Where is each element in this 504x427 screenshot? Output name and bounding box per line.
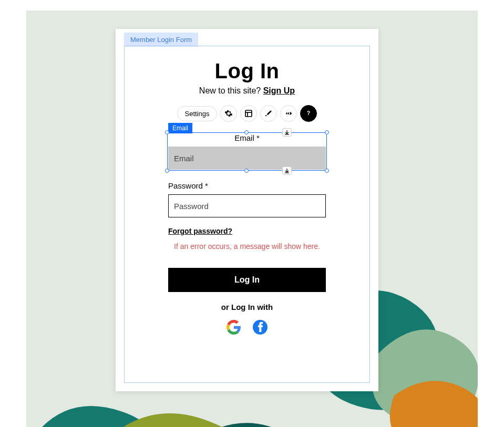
svg-rect-0 — [245, 110, 252, 117]
email-field-container[interactable]: Email Email * — [168, 133, 326, 170]
email-field[interactable] — [168, 147, 326, 170]
password-field-container: Password * — [168, 181, 326, 217]
svg-text:?: ? — [307, 110, 310, 116]
brush-icon[interactable] — [260, 105, 277, 122]
subtitle: New to this site? Sign Up — [137, 86, 357, 96]
password-field[interactable] — [168, 194, 326, 217]
email-label: Email * — [168, 133, 326, 142]
facebook-icon — [253, 320, 268, 335]
page-title: Log In — [137, 59, 357, 83]
field-type-badge: Email — [168, 123, 192, 133]
password-label: Password * — [168, 181, 326, 190]
social-login-row — [137, 320, 357, 335]
layout-icon[interactable] — [240, 105, 257, 122]
subtitle-prefix: New to this site? — [199, 86, 263, 95]
form-content: Log In New to this site? Sign Up Setting… — [137, 59, 357, 370]
google-login-button[interactable] — [227, 320, 241, 335]
facebook-login-button[interactable] — [253, 320, 268, 335]
google-icon — [227, 320, 241, 335]
component-tag[interactable]: Member Login Form — [124, 33, 198, 47]
or-divider-text: or Log In with — [137, 303, 357, 311]
help-icon[interactable]: ? — [300, 105, 317, 122]
error-message: If an error occurs, a message will show … — [137, 242, 357, 252]
editor-toolbar: Settings ? — [177, 105, 317, 122]
forgot-password-link[interactable]: Forgot password? — [168, 227, 326, 235]
signup-link[interactable]: Sign Up — [263, 86, 295, 95]
settings-button[interactable]: Settings — [177, 106, 218, 121]
animation-icon[interactable] — [280, 105, 297, 122]
login-button[interactable]: Log In — [168, 268, 326, 292]
login-modal: Member Login Form Log In New to this sit… — [116, 29, 378, 391]
gear-icon[interactable] — [220, 105, 237, 122]
